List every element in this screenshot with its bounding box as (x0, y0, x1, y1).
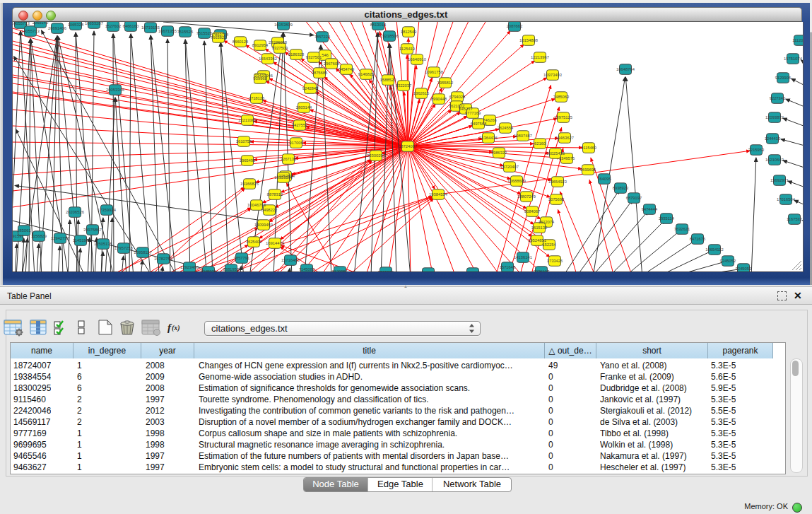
svg-text:9146821: 9146821 (358, 72, 375, 76)
svg-text:19218506: 19218506 (380, 34, 399, 38)
svg-text:1588520: 1588520 (380, 78, 396, 82)
svg-text:1812549: 1812549 (401, 30, 417, 34)
svg-text:7515526: 7515526 (177, 30, 194, 34)
svg-text:12923468: 12923468 (180, 265, 199, 269)
svg-text:10958117: 10958117 (134, 250, 151, 255)
svg-text:1112075: 1112075 (792, 38, 803, 42)
svg-text:13353594: 13353594 (274, 175, 293, 180)
svg-text:9236107: 9236107 (534, 269, 550, 271)
svg-text:14136141: 14136141 (514, 255, 532, 259)
svg-text:14099459: 14099459 (254, 223, 273, 227)
svg-text:917006: 917006 (289, 141, 302, 145)
svg-text:2967608: 2967608 (324, 62, 340, 66)
svg-text:1733426: 1733426 (547, 259, 563, 263)
svg-text:9699695: 9699695 (580, 168, 596, 172)
svg-text:17359924: 17359924 (98, 208, 117, 212)
svg-text:16914479: 16914479 (266, 241, 284, 245)
svg-text:2803144: 2803144 (296, 105, 312, 110)
svg-text:15751074: 15751074 (784, 57, 803, 61)
svg-text:10654112: 10654112 (705, 247, 723, 252)
svg-text:19654923: 19654923 (548, 180, 567, 184)
svg-text:2935114: 2935114 (659, 216, 675, 221)
svg-text:8938923: 8938923 (613, 186, 629, 190)
svg-text:9115460: 9115460 (581, 146, 596, 150)
svg-text:10719155: 10719155 (141, 25, 160, 30)
svg-text:7632621: 7632621 (674, 227, 690, 231)
svg-text:16640910: 16640910 (408, 57, 426, 62)
svg-text:1156829: 1156829 (31, 234, 47, 238)
svg-text:1244415: 1244415 (765, 136, 781, 141)
svg-text:16671355: 16671355 (158, 29, 177, 33)
svg-text:939968: 939968 (253, 76, 266, 81)
svg-text:1362615: 1362615 (413, 91, 430, 95)
svg-text:12505135: 12505135 (94, 242, 112, 246)
svg-text:1065328: 1065328 (68, 23, 84, 27)
svg-text:39975867: 39975867 (83, 228, 102, 232)
svg-text:746266: 746266 (483, 118, 496, 122)
svg-text:8322037: 8322037 (396, 83, 412, 88)
svg-text:1125419: 1125419 (399, 47, 415, 51)
svg-text:10653287: 10653287 (85, 22, 103, 25)
svg-text:8912954: 8912954 (252, 43, 269, 47)
svg-text:12213369: 12213369 (238, 118, 257, 122)
svg-text:16543362: 16543362 (259, 57, 277, 61)
svg-text:2718126: 2718126 (249, 96, 265, 100)
svg-text:14055713: 14055713 (21, 29, 40, 33)
svg-text:8498222: 8498222 (261, 208, 278, 212)
svg-text:8878312: 8878312 (267, 192, 283, 197)
svg-text:1965496: 1965496 (240, 158, 256, 163)
svg-text:15720407: 15720407 (500, 165, 519, 169)
svg-text:9427552: 9427552 (292, 123, 308, 127)
svg-text:10688609: 10688609 (507, 179, 526, 183)
svg-text:20053346: 20053346 (106, 88, 124, 92)
svg-text:1145194: 1145194 (73, 238, 89, 243)
svg-text:8186328: 8186328 (288, 52, 305, 57)
svg-text:391591: 391591 (13, 234, 24, 238)
svg-text:7625402: 7625402 (246, 240, 262, 244)
svg-text:9474444: 9474444 (642, 207, 658, 211)
svg-text:1571648: 1571648 (500, 265, 516, 269)
svg-text:7857224: 7857224 (314, 35, 331, 39)
svg-text:8813014: 8813014 (370, 23, 387, 27)
svg-text:62160: 62160 (534, 141, 546, 146)
svg-text:9245931: 9245931 (201, 269, 217, 271)
svg-text:16053809: 16053809 (274, 23, 293, 27)
svg-text:7145082: 7145082 (299, 267, 315, 271)
svg-text:10236585: 10236585 (464, 271, 482, 271)
svg-text:15716485: 15716485 (281, 258, 300, 262)
svg-text:164095: 164095 (597, 177, 611, 181)
svg-text:9777169: 9777169 (465, 111, 481, 115)
svg-text:10154808: 10154808 (519, 38, 538, 42)
svg-text:9245052: 9245052 (736, 267, 752, 271)
svg-text:16210643: 16210643 (765, 158, 784, 162)
svg-text:1615132: 1615132 (531, 226, 548, 230)
svg-text:19384554: 19384554 (429, 192, 448, 197)
svg-text:18724007: 18724007 (399, 144, 417, 148)
svg-text:2069140: 2069140 (33, 22, 49, 25)
svg-text:7986322: 7986322 (491, 151, 507, 155)
svg-text:10973493: 10973493 (543, 73, 562, 77)
svg-text:10807487: 10807487 (514, 134, 532, 138)
svg-text:18807249: 18807249 (517, 194, 536, 199)
svg-text:1612074: 1612074 (539, 220, 555, 224)
svg-text:7481236: 7481236 (420, 271, 437, 271)
svg-text:7663822: 7663822 (211, 35, 227, 40)
svg-text:20691406: 20691406 (48, 26, 66, 30)
svg-text:9084067: 9084067 (524, 209, 541, 214)
svg-text:12942737: 12942737 (51, 236, 69, 240)
svg-text:8120951: 8120951 (332, 269, 348, 271)
svg-text:9245052: 9245052 (720, 259, 736, 263)
svg-text:8381953: 8381953 (223, 267, 240, 271)
svg-text:13975125: 13975125 (554, 115, 572, 119)
svg-text:9815206: 9815206 (378, 270, 394, 271)
svg-text:20206526: 20206526 (66, 210, 84, 214)
svg-text:10046798: 10046798 (247, 203, 266, 207)
svg-text:15692971: 15692971 (770, 178, 789, 182)
svg-text:17016504: 17016504 (777, 197, 796, 201)
svg-text:1075692: 1075692 (548, 197, 565, 201)
svg-text:23226058: 23226058 (269, 40, 287, 45)
svg-text:10025433: 10025433 (546, 151, 565, 156)
svg-text:16782759: 16782759 (154, 257, 172, 261)
svg-text:8660124: 8660124 (233, 40, 249, 44)
svg-text:14055713: 14055713 (13, 22, 30, 25)
